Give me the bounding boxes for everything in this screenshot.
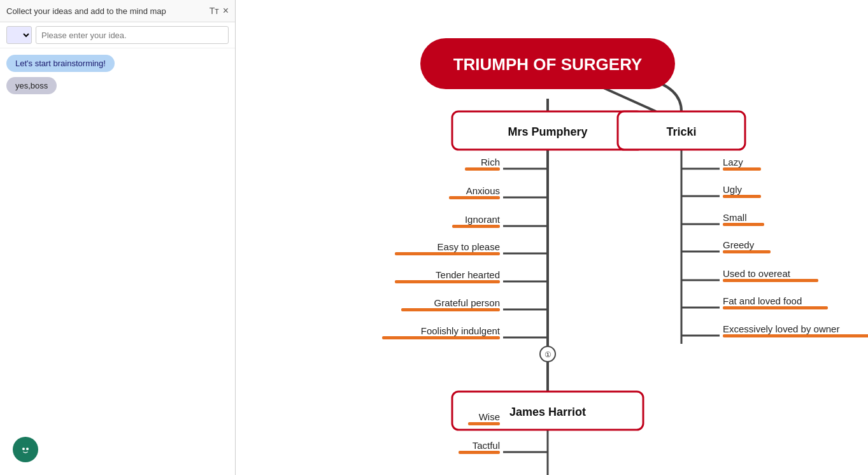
leaf-ugly: Ugly bbox=[723, 184, 743, 195]
tricki-label: Tricki bbox=[666, 125, 696, 138]
close-icon[interactable]: × bbox=[223, 5, 229, 17]
left-panel: Collect your ideas and add to the mind m… bbox=[0, 0, 236, 475]
svg-rect-40 bbox=[723, 279, 818, 282]
svg-rect-31 bbox=[395, 252, 500, 255]
svg-rect-39 bbox=[723, 250, 771, 253]
chips-area: Let's start brainstorming! yes,boss bbox=[0, 48, 235, 101]
idea-input[interactable] bbox=[36, 26, 229, 44]
svg-rect-29 bbox=[449, 196, 500, 199]
leaf-small: Small bbox=[723, 212, 747, 223]
svg-rect-33 bbox=[401, 308, 500, 311]
leaf-wise: Wise bbox=[479, 411, 500, 422]
leaf-grateful-person: Grateful person bbox=[434, 297, 500, 308]
central-node-label: TRIUMPH OF SURGERY bbox=[453, 55, 643, 74]
panel-title: Collect your ideas and add to the mind m… bbox=[6, 6, 204, 16]
leaf-anxious: Anxious bbox=[466, 185, 500, 196]
leaf-ignorant: Ignorant bbox=[465, 214, 501, 225]
chip-brainstorming[interactable]: Let's start brainstorming! bbox=[6, 55, 115, 72]
svg-rect-37 bbox=[723, 195, 761, 198]
svg-rect-38 bbox=[723, 223, 764, 226]
leaf-tactful: Tactful bbox=[473, 440, 500, 451]
mindmap-svg: TRIUMPH OF SURGERY Mrs Pumphery Tricki J… bbox=[236, 0, 868, 475]
idea-input-row bbox=[0, 22, 235, 48]
mrs-pumphery-label: Mrs Pumphery bbox=[508, 125, 587, 138]
color-dropdown[interactable] bbox=[6, 26, 32, 44]
svg-point-2 bbox=[26, 448, 29, 450]
svg-rect-41 bbox=[723, 306, 828, 309]
svg-rect-28 bbox=[465, 167, 500, 171]
chip-yesboss[interactable]: yes,boss bbox=[6, 77, 57, 94]
panel-header: Collect your ideas and add to the mind m… bbox=[0, 0, 235, 22]
svg-rect-42 bbox=[723, 334, 868, 337]
leaf-used-to-overeat: Used to overeat bbox=[723, 268, 791, 279]
bot-avatar[interactable] bbox=[13, 437, 38, 462]
leaf-excessively-loved: Excessively loved by owner bbox=[723, 323, 839, 334]
svg-rect-36 bbox=[723, 167, 761, 171]
leaf-lazy: Lazy bbox=[723, 157, 743, 167]
leaf-rich: Rich bbox=[481, 157, 500, 167]
mindmap-panel: TRIUMPH OF SURGERY Mrs Pumphery Tricki J… bbox=[236, 0, 868, 475]
leaf-foolishly-indulgent: Foolishly indulgent bbox=[421, 325, 501, 336]
leaf-greedy: Greedy bbox=[723, 239, 755, 250]
svg-point-1 bbox=[22, 448, 25, 450]
header-icons: Tт × bbox=[210, 5, 229, 17]
leaf-tender-hearted: Tender hearted bbox=[436, 269, 500, 280]
james-harriot-label: James Harriot bbox=[509, 406, 586, 418]
num-badge: ① bbox=[544, 350, 551, 359]
svg-rect-32 bbox=[395, 280, 500, 283]
leaf-fat-loved-food: Fat and loved food bbox=[723, 295, 802, 306]
svg-point-0 bbox=[19, 443, 32, 456]
text-format-icon[interactable]: Tт bbox=[210, 6, 219, 16]
svg-rect-43 bbox=[468, 422, 500, 425]
svg-rect-44 bbox=[459, 451, 500, 454]
leaf-easy-to-please: Easy to please bbox=[438, 241, 500, 252]
svg-rect-30 bbox=[452, 225, 500, 228]
svg-rect-34 bbox=[382, 336, 500, 339]
